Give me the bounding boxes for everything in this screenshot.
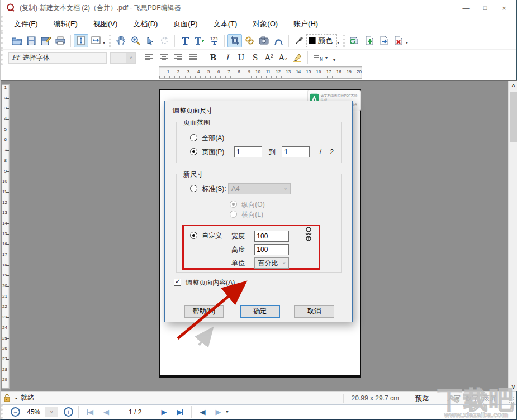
- nav-overflow-caret[interactable]: ▾: [226, 409, 228, 414]
- select-tool-button[interactable]: [143, 34, 157, 47]
- standard-size-radio[interactable]: [190, 185, 197, 192]
- scroll-down-button[interactable]: ˅: [509, 383, 517, 391]
- strikethrough-button[interactable]: S: [248, 51, 262, 64]
- zoom-in-button[interactable]: +: [64, 407, 73, 417]
- portrait-radio[interactable]: [230, 201, 237, 208]
- highlight-button[interactable]: [290, 51, 305, 64]
- last-page-button[interactable]: ▶: [177, 408, 183, 416]
- all-pages-radio[interactable]: [190, 134, 197, 141]
- crop-page-button[interactable]: [227, 34, 242, 47]
- menu-item-8[interactable]: 账户(H): [288, 17, 324, 31]
- page-to-input[interactable]: [282, 146, 310, 157]
- ok-button[interactable]: 确定: [240, 305, 280, 318]
- vruler-mark-29: 29: [2, 377, 9, 388]
- fit-height-button[interactable]: [74, 34, 88, 47]
- link-button[interactable]: [242, 34, 257, 47]
- line-spacing-button[interactable]: N: [311, 51, 325, 64]
- menu-item-2[interactable]: 编辑(E): [48, 17, 83, 31]
- save-button[interactable]: [24, 34, 39, 47]
- superscript-button[interactable]: A²: [262, 51, 276, 64]
- zoom-out-button[interactable]: −: [11, 407, 20, 417]
- scroll-up-button[interactable]: ˄: [509, 81, 517, 90]
- rotate-button[interactable]: [157, 34, 172, 47]
- page-tools-caret[interactable]: ▾: [406, 40, 408, 45]
- status-toggle-1[interactable]: 大写: [447, 394, 461, 402]
- custom-size-radio[interactable]: [190, 232, 197, 239]
- open-button[interactable]: [10, 34, 24, 47]
- align-left-button[interactable]: [142, 51, 156, 64]
- numbering-icon: 123: [210, 36, 219, 45]
- add-text-button[interactable]: [192, 34, 207, 47]
- next-page-button[interactable]: ▶: [161, 408, 167, 416]
- bold-button[interactable]: B: [206, 51, 220, 64]
- vruler-mark-10: 10: [2, 179, 9, 189]
- replace-pages-button[interactable]: [348, 34, 362, 47]
- text-tool-button[interactable]: [178, 34, 192, 47]
- underline-button[interactable]: U: [234, 51, 248, 64]
- print-button[interactable]: [53, 34, 68, 47]
- font-size-combo[interactable]: ˅: [110, 52, 136, 64]
- pages-radio[interactable]: [190, 148, 197, 155]
- scrollbar-thumb[interactable]: [510, 92, 517, 142]
- menu-item-7[interactable]: 对象(O): [247, 17, 283, 31]
- close-button[interactable]: ×: [495, 1, 514, 15]
- status-toggle-2[interactable]: 数字: [465, 394, 478, 402]
- vertical-scrollbar[interactable]: ˄ ˅: [508, 81, 517, 391]
- curve-tool-button[interactable]: [271, 34, 286, 47]
- menu-item-1[interactable]: 文件(F): [8, 17, 44, 31]
- align-center-button[interactable]: [156, 51, 171, 64]
- fit-options-caret[interactable]: ▾: [103, 40, 105, 45]
- italic-button[interactable]: I: [220, 51, 234, 64]
- font-combo[interactable]: Ff 选择字体: [8, 52, 107, 64]
- resize-grip[interactable]: [509, 397, 514, 403]
- standard-size-select[interactable]: A4 ˅: [228, 183, 291, 194]
- landscape-radio[interactable]: [230, 211, 237, 218]
- zoom-select[interactable]: ˅: [45, 407, 58, 417]
- menu-item-4[interactable]: 文档(D): [127, 17, 163, 31]
- minimize-button[interactable]: —: [457, 1, 476, 15]
- dialog-title: 调整页面尺寸: [173, 106, 213, 116]
- text-numbering-button[interactable]: 123: [207, 34, 221, 47]
- first-page-button[interactable]: ◀: [87, 408, 93, 416]
- menu-item-6[interactable]: 文本(T): [208, 17, 243, 31]
- previous-view-button[interactable]: ◀: [200, 408, 205, 416]
- subscript-button[interactable]: A₂: [276, 51, 290, 64]
- preview-button[interactable]: 预览: [407, 394, 437, 403]
- extract-page-button[interactable]: [377, 34, 391, 47]
- save-as-button[interactable]: [39, 34, 53, 47]
- adjust-content-checkbox[interactable]: [174, 279, 181, 286]
- toolbar-overflow-caret[interactable]: ▾: [333, 58, 335, 63]
- status-toggle-3[interactable]: 滚屏: [483, 394, 496, 402]
- align-justify-button[interactable]: [186, 51, 200, 64]
- status-left: - 就绪: [1, 393, 343, 403]
- insert-page-button[interactable]: [362, 34, 377, 47]
- snapshot-button[interactable]: [257, 34, 271, 47]
- width-input[interactable]: [254, 231, 289, 242]
- hruler-mark-19: 19: [341, 69, 352, 79]
- hruler-mark-3: 3: [179, 69, 189, 79]
- hand-tool-button[interactable]: [113, 34, 128, 47]
- page-size-indicator: 20.99 x 29.7 cm: [343, 394, 407, 403]
- help-button[interactable]: 帮助(H): [184, 305, 224, 318]
- height-input[interactable]: [254, 244, 289, 255]
- prev-page-button[interactable]: ◀: [103, 408, 109, 416]
- line-spacing-caret[interactable]: ▾: [325, 55, 328, 60]
- eyedropper-button[interactable]: [292, 34, 306, 47]
- delete-page-button[interactable]: [391, 34, 406, 47]
- cancel-button[interactable]: 取消: [294, 305, 334, 318]
- unit-select[interactable]: 百分比 ˅: [254, 257, 289, 269]
- menu-item-3[interactable]: 视图(V): [88, 17, 123, 31]
- fit-width-button[interactable]: [88, 34, 103, 47]
- total-pages-label: 2: [330, 148, 334, 156]
- menu-item-5[interactable]: 页面(P): [168, 17, 203, 31]
- slash-label: /: [320, 148, 321, 156]
- align-right-button[interactable]: [171, 51, 186, 64]
- color-picker[interactable]: 颜色: [306, 34, 337, 47]
- page-from-input[interactable]: [234, 146, 262, 157]
- zoom-tool-button[interactable]: [128, 34, 143, 47]
- page-range-group: 页面范围 全部(A) 页面(P) 到 / 2: [176, 122, 342, 163]
- next-view-button[interactable]: ▶: [215, 408, 221, 416]
- maximize-button[interactable]: □: [476, 1, 495, 15]
- font-size-caret[interactable]: ˅: [126, 52, 135, 63]
- color-caret[interactable]: ▾: [337, 40, 339, 45]
